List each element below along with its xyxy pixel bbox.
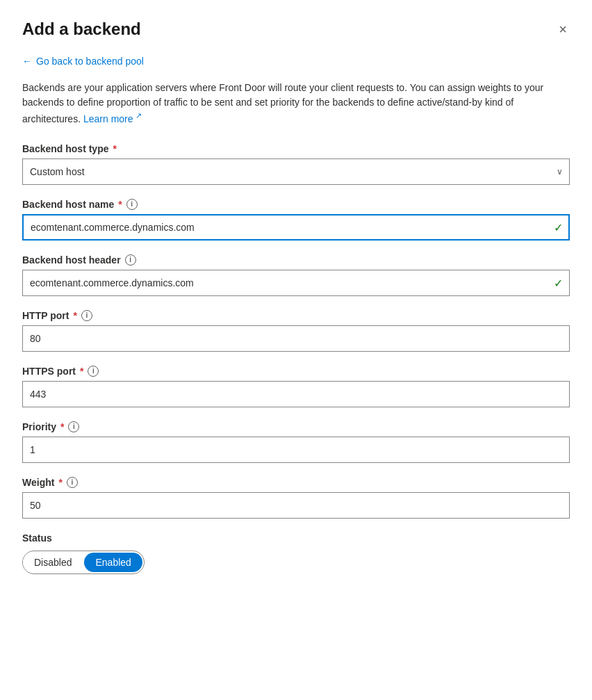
info-icon-https-port: i xyxy=(88,366,99,377)
priority-input-wrapper xyxy=(22,437,570,463)
close-button[interactable]: × xyxy=(556,19,570,39)
priority-group: Priority * i xyxy=(22,421,570,463)
backend-host-header-input[interactable] xyxy=(22,270,570,296)
weight-label: Weight * i xyxy=(22,477,570,488)
info-icon-host-header: i xyxy=(125,254,136,266)
add-backend-panel: Add a backend × ← Go back to backend poo… xyxy=(0,0,592,700)
info-icon-host-name: i xyxy=(126,199,138,210)
http-port-group: HTTP port * i xyxy=(22,310,570,352)
https-port-input[interactable] xyxy=(22,381,570,407)
status-group: Status Disabled Enabled xyxy=(22,532,570,574)
https-port-label: HTTPS port * i xyxy=(22,366,570,377)
backend-host-name-input-wrapper: ✓ xyxy=(22,214,570,241)
toggle-disabled-option[interactable]: Disabled xyxy=(23,553,83,572)
http-port-label: HTTP port * i xyxy=(22,310,570,321)
required-star-host-name: * xyxy=(118,199,122,210)
valid-check-icon-host-header: ✓ xyxy=(554,276,563,289)
backend-host-type-group: Backend host type * Custom host App serv… xyxy=(22,143,570,185)
required-star-http: * xyxy=(73,310,76,321)
required-star-weight: * xyxy=(58,477,62,488)
status-toggle[interactable]: Disabled Enabled xyxy=(22,551,145,574)
weight-input[interactable] xyxy=(22,492,570,519)
http-port-input-wrapper xyxy=(22,325,570,352)
https-port-group: HTTPS port * i xyxy=(22,366,570,407)
toggle-enabled-option[interactable]: Enabled xyxy=(84,553,142,572)
backend-host-name-label: Backend host name * i xyxy=(22,199,570,210)
info-icon-priority: i xyxy=(68,421,79,432)
required-star-priority: * xyxy=(60,421,64,432)
panel-title: Add a backend xyxy=(22,19,141,39)
external-link-icon: ↗ xyxy=(135,111,142,120)
back-arrow-icon: ← xyxy=(22,56,32,67)
http-port-input[interactable] xyxy=(22,325,570,352)
backend-host-header-label: Backend host header i xyxy=(22,254,570,266)
weight-input-wrapper xyxy=(22,492,570,519)
panel-header: Add a backend × xyxy=(22,19,570,39)
backend-host-name-input[interactable] xyxy=(22,214,570,241)
weight-group: Weight * i xyxy=(22,477,570,519)
required-star: * xyxy=(113,143,116,154)
description-text: Backends are your application servers wh… xyxy=(22,81,570,127)
backend-host-header-group: Backend host header i ✓ xyxy=(22,254,570,296)
status-label: Status xyxy=(22,532,570,544)
back-link-text: Go back to backend pool xyxy=(36,56,144,67)
https-port-input-wrapper xyxy=(22,381,570,407)
info-icon-http-port: i xyxy=(81,310,92,321)
backend-host-type-label: Backend host type * xyxy=(22,143,570,154)
info-icon-weight: i xyxy=(67,477,78,488)
priority-label: Priority * i xyxy=(22,421,570,432)
backend-host-header-input-wrapper: ✓ xyxy=(22,270,570,296)
priority-input[interactable] xyxy=(22,437,570,463)
backend-host-name-group: Backend host name * i ✓ xyxy=(22,199,570,241)
learn-more-link[interactable]: Learn more ↗ xyxy=(83,113,142,124)
valid-check-icon-host-name: ✓ xyxy=(554,220,563,234)
required-star-https: * xyxy=(80,366,83,377)
backend-host-type-select[interactable]: Custom host App service Cloud service St… xyxy=(22,158,570,185)
backend-host-type-select-wrapper: Custom host App service Cloud service St… xyxy=(22,158,570,185)
back-link[interactable]: ← Go back to backend pool xyxy=(22,56,570,67)
